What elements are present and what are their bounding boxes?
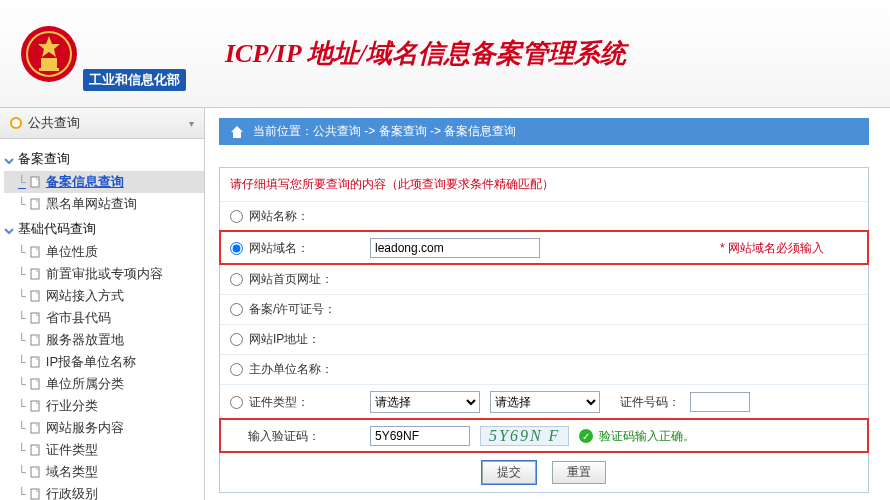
svg-rect-5 xyxy=(31,177,39,187)
row-site-domain: 网站域名： * 网站域名必须输入 xyxy=(220,231,868,264)
radio-site-name[interactable] xyxy=(230,210,243,223)
chevron-down-icon: ▾ xyxy=(189,118,194,129)
radio-org-name[interactable] xyxy=(230,363,243,376)
svg-rect-13 xyxy=(31,379,39,389)
row-site-ip: 网站IP地址： xyxy=(220,324,868,354)
svg-rect-11 xyxy=(31,335,39,345)
row-org-name: 主办单位名称： xyxy=(220,354,868,384)
tree-item[interactable]: └单位性质 xyxy=(4,241,204,263)
radio-filing-no[interactable] xyxy=(230,303,243,316)
radio-site-ip[interactable] xyxy=(230,333,243,346)
document-icon xyxy=(30,334,42,346)
tree-item[interactable]: └行业分类 xyxy=(4,395,204,417)
tree-group[interactable]: 备案查询 xyxy=(4,147,204,171)
breadcrumb-text: 当前位置：公共查询 -> 备案查询 -> 备案信息查询 xyxy=(253,123,516,140)
row-cert-type: 证件类型： 请选择 请选择 证件号码： xyxy=(220,384,868,419)
reset-button[interactable]: 重置 xyxy=(552,461,606,484)
query-form-panel: 请仔细填写您所要查询的内容（此项查询要求条件精确匹配） 网站名称： 网站域名： … xyxy=(219,167,869,493)
button-row: 提交 重置 xyxy=(220,452,868,492)
sidebar-panel-header[interactable]: 公共查询 ▾ xyxy=(0,108,204,139)
document-icon xyxy=(30,176,42,188)
sidebar-tree: 备案查询└备案信息查询└黑名单网站查询基础代码查询└单位性质└前置审批或专项内容… xyxy=(0,139,204,500)
svg-rect-8 xyxy=(31,269,39,279)
document-icon xyxy=(30,268,42,280)
tree-item[interactable]: └证件类型 xyxy=(4,439,204,461)
svg-rect-16 xyxy=(31,445,39,455)
logo-box: 工业和信息化部 xyxy=(0,16,205,91)
sidebar-panel-title: 公共查询 xyxy=(28,114,80,132)
tree-group[interactable]: 基础代码查询 xyxy=(4,217,204,241)
svg-rect-14 xyxy=(31,401,39,411)
svg-rect-9 xyxy=(31,291,39,301)
select-cert-type-2[interactable]: 请选择 xyxy=(490,391,600,413)
circle-icon xyxy=(10,117,22,129)
tree-item[interactable]: └单位所属分类 xyxy=(4,373,204,395)
tree-item[interactable]: └黑名单网站查询 xyxy=(4,193,204,215)
select-cert-type-1[interactable]: 请选择 xyxy=(370,391,480,413)
tree-item[interactable]: └行政级别 xyxy=(4,483,204,500)
row-site-home: 网站首页网址： xyxy=(220,264,868,294)
tree-item[interactable]: └网站服务内容 xyxy=(4,417,204,439)
label-cert-no: 证件号码： xyxy=(620,394,680,411)
label-site-ip: 网站IP地址： xyxy=(249,331,320,348)
document-icon xyxy=(30,312,42,324)
document-icon xyxy=(30,422,42,434)
document-icon xyxy=(30,198,42,210)
radio-site-domain[interactable] xyxy=(230,242,243,255)
tree-item[interactable]: └备案信息查询 xyxy=(4,171,204,193)
label-site-home: 网站首页网址： xyxy=(249,271,333,288)
sidebar: 公共查询 ▾ 备案查询└备案信息查询└黑名单网站查询基础代码查询└单位性质└前置… xyxy=(0,108,205,500)
radio-cert-type[interactable] xyxy=(230,396,243,409)
input-cert-no[interactable] xyxy=(690,392,750,412)
form-hint: 请仔细填写您所要查询的内容（此项查询要求条件精确匹配） xyxy=(220,168,868,201)
required-note: * 网站域名必须输入 xyxy=(720,240,824,257)
captcha-ok: ✓ 验证码输入正确。 xyxy=(579,428,695,445)
svg-rect-15 xyxy=(31,423,39,433)
label-cert-type: 证件类型： xyxy=(249,394,309,411)
check-icon: ✓ xyxy=(579,429,593,443)
tree-item[interactable]: └IP报备单位名称 xyxy=(4,351,204,373)
tree-item[interactable]: └服务器放置地 xyxy=(4,329,204,351)
captcha-image[interactable]: 5Y69N F xyxy=(480,426,569,446)
tree-item[interactable]: └省市县代码 xyxy=(4,307,204,329)
tree-item[interactable]: └域名类型 xyxy=(4,461,204,483)
ministry-label: 工业和信息化部 xyxy=(83,69,186,91)
svg-rect-7 xyxy=(31,247,39,257)
label-filing-no: 备案/许可证号： xyxy=(249,301,336,318)
document-icon xyxy=(30,466,42,478)
radio-site-home[interactable] xyxy=(230,273,243,286)
svg-point-0 xyxy=(21,26,77,82)
svg-rect-4 xyxy=(39,68,59,71)
document-icon xyxy=(30,488,42,500)
row-captcha: 输入验证码： 5Y69N F ✓ 验证码输入正确。 xyxy=(220,419,868,452)
document-icon xyxy=(30,356,42,368)
document-icon xyxy=(30,444,42,456)
svg-rect-10 xyxy=(31,313,39,323)
svg-rect-18 xyxy=(31,489,39,499)
label-captcha: 输入验证码： xyxy=(248,428,320,445)
home-icon xyxy=(229,124,245,140)
header: 工业和信息化部 ICP/IP 地址/域名信息备案管理系统 xyxy=(0,0,890,108)
document-icon xyxy=(30,246,42,258)
svg-rect-6 xyxy=(31,199,39,209)
content-area: 当前位置：公共查询 -> 备案查询 -> 备案信息查询 请仔细填写您所要查询的内… xyxy=(205,108,890,500)
label-site-name: 网站名称： xyxy=(249,208,309,225)
national-emblem-icon xyxy=(19,24,79,87)
tree-item[interactable]: └前置审批或专项内容 xyxy=(4,263,204,285)
document-icon xyxy=(30,378,42,390)
input-captcha[interactable] xyxy=(370,426,470,446)
svg-rect-3 xyxy=(41,58,57,68)
row-filing-no: 备案/许可证号： xyxy=(220,294,868,324)
breadcrumb: 当前位置：公共查询 -> 备案查询 -> 备案信息查询 xyxy=(219,118,869,145)
tree-item[interactable]: └网站接入方式 xyxy=(4,285,204,307)
site-title: ICP/IP 地址/域名信息备案管理系统 xyxy=(205,36,626,71)
submit-button[interactable]: 提交 xyxy=(482,461,536,484)
svg-rect-12 xyxy=(31,357,39,367)
document-icon xyxy=(30,290,42,302)
label-site-domain: 网站域名： xyxy=(249,240,309,257)
input-site-domain[interactable] xyxy=(370,238,540,258)
captcha-ok-text: 验证码输入正确。 xyxy=(599,428,695,445)
document-icon xyxy=(30,400,42,412)
row-site-name: 网站名称： xyxy=(220,201,868,231)
svg-rect-17 xyxy=(31,467,39,477)
